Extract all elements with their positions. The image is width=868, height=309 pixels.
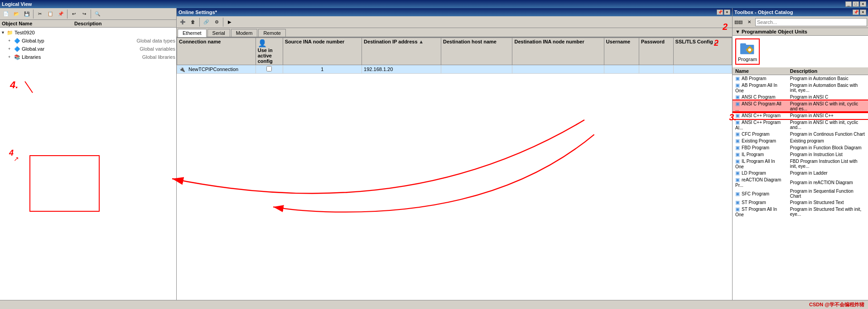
- toolbox-item-name: ▣reACTION Diagram Pr...: [733, 176, 787, 188]
- tab-serial[interactable]: Serial: [207, 29, 230, 37]
- expand-icon-global-var: +: [8, 47, 14, 51]
- toolbox-item-desc: Program in reACTION Diagram: [787, 176, 868, 188]
- toolbox-list-item[interactable]: ▣ANSI C ProgramProgram in ANSI C: [733, 94, 868, 100]
- toolbox-section-label: Programmable Object Units: [742, 29, 807, 34]
- search-input[interactable]: [755, 18, 867, 26]
- project-icon: 📁: [6, 29, 14, 36]
- toolbox-list-item[interactable]: ▣ST Program All In OneProgram in Structu…: [733, 206, 868, 218]
- copy-button[interactable]: 📋: [45, 9, 55, 19]
- toolbox-item-desc: Program in ANSI C++: [787, 112, 868, 119]
- toolbox-close-button[interactable]: ✕: [860, 10, 866, 15]
- online-connect-button[interactable]: 🔗: [201, 17, 211, 27]
- cell-connection-name: 🔌 NewTCPIPConnection: [177, 65, 256, 74]
- svg-rect-5: [749, 46, 750, 48]
- tab-modem[interactable]: Modem: [231, 29, 258, 37]
- open-button[interactable]: 📂: [11, 9, 21, 19]
- toolbox-list-item[interactable]: ▣ANSI C++ Program Al...Program in ANSI C…: [733, 119, 868, 131]
- toolbox-list-item[interactable]: ▣AB ProgramProgram in Automation Basic: [733, 75, 868, 82]
- toolbox-list-item[interactable]: ▣ST ProgramProgram in Structured Text: [733, 199, 868, 206]
- toolbox-list-item[interactable]: ▣CFC ProgramProgram in Continous Functio…: [733, 131, 868, 138]
- tree-item-global-var[interactable]: + 🔷 Global.var Global variables: [1, 45, 175, 53]
- toolbox-list-table: Name Description ▣AB ProgramProgram in A…: [733, 67, 868, 218]
- toolbox-list-item[interactable]: ▣IL ProgramProgram in Instruction List: [733, 151, 868, 158]
- toolbox-item-name: ▣LD Program: [733, 170, 787, 176]
- tree-label-global-typ: Global.typ: [22, 38, 135, 43]
- tree-col-name-header: Object Name: [2, 21, 74, 26]
- table-body: 🔌 NewTCPIPConnection 1 192.168.1.20: [177, 65, 732, 74]
- th-source-ina: Source INA node number: [283, 38, 362, 65]
- toolbox-item-name: ▣IL Program: [733, 151, 787, 158]
- cell-dest-ip: 192.168.1.20: [362, 65, 441, 74]
- cut-button[interactable]: ✂: [35, 9, 45, 19]
- th-username: Username: [604, 38, 639, 65]
- redo-button[interactable]: ↪: [79, 9, 89, 19]
- th-dest-ina: Destination INA node number: [512, 38, 604, 65]
- new-button[interactable]: 📄: [1, 9, 11, 19]
- tab-remote[interactable]: Remote: [258, 29, 286, 37]
- toolbox-item-desc: Program in ANSI C with init, cyclic and …: [787, 100, 868, 112]
- toolbox-view-button[interactable]: ▤▤: [733, 17, 743, 27]
- toolbox-list-item[interactable]: ▣ANSI C++ ProgramProgram in ANSI C++: [733, 112, 868, 119]
- toolbox-list-item[interactable]: ▣SFC ProgramProgram in Sequential Functi…: [733, 188, 868, 199]
- toolbox-list-item[interactable]: ▣Existing ProgramExisting program: [733, 138, 868, 144]
- toolbox-list-item[interactable]: ▣FBD ProgramProgram in Function Block Di…: [733, 144, 868, 151]
- toolbox-list-item[interactable]: ▣IL Program All In OneFBD Program Instru…: [733, 158, 868, 170]
- toolbox-item-desc: Program in Automation Basic: [787, 75, 868, 82]
- online-close-button[interactable]: ✕: [724, 10, 730, 15]
- online-pin-button[interactable]: 📌: [717, 10, 723, 15]
- close-button[interactable]: ✕: [860, 1, 866, 7]
- cell-dest-ina: [512, 65, 604, 74]
- toolbox-list-item[interactable]: ▣ANSI C Program All ...Program in ANSI C…: [733, 100, 868, 112]
- search-button[interactable]: 🔍: [92, 9, 102, 19]
- toolbar-sep-2: [67, 10, 68, 19]
- toolbox-item-desc: Program in ANSI C: [787, 94, 868, 100]
- toolbox-list-item[interactable]: ▣AB Program All In OneProgram in Automat…: [733, 82, 868, 94]
- toolbox-item-desc: Program in Structured Text with init, ey…: [787, 206, 868, 218]
- restore-button[interactable]: □: [853, 1, 859, 7]
- online-delete-button[interactable]: 🗑: [188, 17, 198, 27]
- toolbox-item-desc: Program in Continous Function Chart: [787, 131, 868, 138]
- tree-item-global-typ[interactable]: + 🔷 Global.typ Global data types: [1, 37, 175, 45]
- toolbox-pin-button[interactable]: 📌: [853, 10, 859, 15]
- toolbox-toolbar: ▤▤ ✕: [733, 16, 868, 28]
- toolbox-delete-filter-button[interactable]: ✕: [744, 17, 754, 27]
- program-icon-item[interactable]: Program: [736, 39, 759, 64]
- toolbox-item-desc: Existing program: [787, 138, 868, 144]
- svg-rect-6: [749, 52, 750, 53]
- expand-icon-libraries: +: [8, 55, 14, 59]
- tree-col-desc-header: Description: [74, 21, 174, 26]
- toolbox-list-item[interactable]: ▣reACTION Diagram Pr...Program in reACTI…: [733, 176, 868, 188]
- center-annotation-area: [177, 119, 732, 300]
- paste-button[interactable]: 📌: [56, 9, 66, 19]
- tab-bar: Ethernet Serial Modem Remote: [177, 28, 732, 38]
- toolbox-item-desc: Program in ANSI C with init, cyclic and.…: [787, 119, 868, 131]
- th-dest-ip: Destination IP address ▲: [362, 38, 441, 65]
- save-button[interactable]: 💾: [22, 9, 32, 19]
- toolbox-col-desc: Description: [787, 67, 868, 75]
- online-settings-bar: Online Settings* 📌 ✕: [177, 8, 732, 16]
- tree-content: ▼ 📁 Test0920 + 🔷 Global.typ Global data …: [0, 28, 176, 142]
- online-sep-2: [223, 18, 223, 27]
- tree-item-libraries[interactable]: + 📚 Libraries Global libraries: [1, 53, 175, 61]
- svg-rect-2: [740, 43, 746, 46]
- online-settings-btn2[interactable]: ⚙: [212, 17, 222, 27]
- th-password: Password: [639, 38, 673, 65]
- toolbox-list-item[interactable]: ▣LD ProgramProgram in Ladder: [733, 170, 868, 176]
- use-in-active-checkbox[interactable]: [266, 66, 272, 71]
- tree-item-test0920[interactable]: ▼ 📁 Test0920: [1, 29, 175, 37]
- online-add-button[interactable]: ➕: [178, 17, 188, 27]
- toolbox-item-desc: Program in Instruction List: [787, 151, 868, 158]
- cell-use-in-active: [256, 65, 283, 74]
- watermark: CSDN @学不会编程炸猪: [809, 301, 864, 308]
- online-arrow-right[interactable]: ▶: [225, 17, 235, 27]
- undo-button[interactable]: ↩: [69, 9, 79, 19]
- annotation-arrow-svg: [177, 119, 732, 300]
- toolbox-item-name: ▣AB Program: [733, 75, 787, 82]
- tab-ethernet[interactable]: Ethernet: [178, 29, 207, 37]
- table-row[interactable]: 🔌 NewTCPIPConnection 1 192.168.1.20: [177, 65, 732, 74]
- toolbox-section-header[interactable]: ▼ Programmable Object Units: [733, 28, 868, 36]
- program-icon: [740, 41, 755, 56]
- toolbox-item-name: ▣Existing Program: [733, 138, 787, 144]
- minimize-button[interactable]: _: [845, 1, 852, 7]
- app-title-bar: Logical View _ □ ✕: [0, 0, 868, 8]
